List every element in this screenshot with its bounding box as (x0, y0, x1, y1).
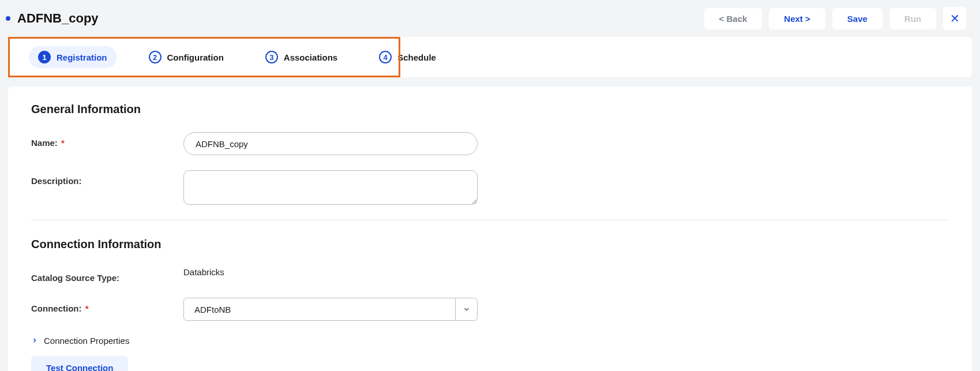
close-button[interactable]: ✕ (943, 7, 966, 30)
required-marker: * (85, 303, 89, 313)
unsaved-indicator-icon (6, 16, 10, 21)
label-text: Connection: (31, 303, 82, 313)
section-divider (31, 220, 949, 220)
source-type-label: Catalog Source Type: (31, 267, 183, 283)
connection-properties-expander[interactable]: Connection Properties (31, 336, 949, 346)
title-wrap: ADFNB_copy (6, 11, 99, 26)
source-type-value: Databricks (183, 267, 224, 277)
label-text: Name: (31, 138, 58, 148)
run-button: Run (889, 8, 936, 29)
connection-select[interactable]: ADFtoNB (183, 298, 478, 321)
form-row-connection: Connection: * ADFtoNB (31, 298, 949, 321)
step-registration[interactable]: 1 Registration (29, 46, 117, 68)
form-row-source-type: Catalog Source Type: Databricks (31, 267, 949, 283)
save-button[interactable]: Save (832, 8, 883, 29)
step-label: Configuration (167, 53, 224, 62)
page-title: ADFNB_copy (17, 11, 99, 26)
stepper-card: 1 Registration 2 Configuration 3 Associa… (8, 37, 972, 77)
step-configuration[interactable]: 2 Configuration (140, 46, 233, 68)
step-schedule[interactable]: 4 Schedule (370, 46, 445, 68)
description-textarea[interactable] (183, 170, 478, 205)
expander-label: Connection Properties (44, 336, 129, 346)
chevron-down-icon (455, 298, 477, 320)
section-title-general: General Information (31, 103, 949, 116)
connection-label: Connection: * (31, 298, 183, 313)
name-input[interactable] (183, 132, 478, 155)
required-marker: * (61, 138, 65, 148)
header-actions: < Back Next > Save Run ✕ (704, 7, 966, 30)
step-number-icon: 4 (379, 51, 392, 63)
step-label: Registration (57, 53, 107, 62)
page-header: ADFNB_copy < Back Next > Save Run ✕ (0, 0, 980, 37)
step-number-icon: 1 (38, 51, 51, 63)
step-number-icon: 2 (149, 51, 162, 63)
test-connection-button[interactable]: Test Connection (31, 356, 128, 371)
connection-select-value: ADFtoNB (184, 305, 455, 314)
stepper: 1 Registration 2 Configuration 3 Associa… (8, 37, 972, 77)
step-label: Schedule (397, 53, 436, 62)
step-label: Associations (284, 53, 337, 62)
close-icon: ✕ (950, 13, 960, 24)
name-label: Name: * (31, 132, 183, 148)
chevron-right-icon (31, 336, 38, 346)
description-label: Description: (31, 170, 183, 186)
next-button[interactable]: Next > (769, 8, 825, 29)
back-button[interactable]: < Back (704, 8, 763, 29)
section-title-connection: Connection Information (31, 238, 949, 251)
form-row-description: Description: (31, 170, 949, 205)
step-associations[interactable]: 3 Associations (256, 46, 347, 68)
content-card: General Information Name: * Description:… (8, 87, 972, 371)
form-row-name: Name: * (31, 132, 949, 155)
step-number-icon: 3 (265, 51, 278, 63)
